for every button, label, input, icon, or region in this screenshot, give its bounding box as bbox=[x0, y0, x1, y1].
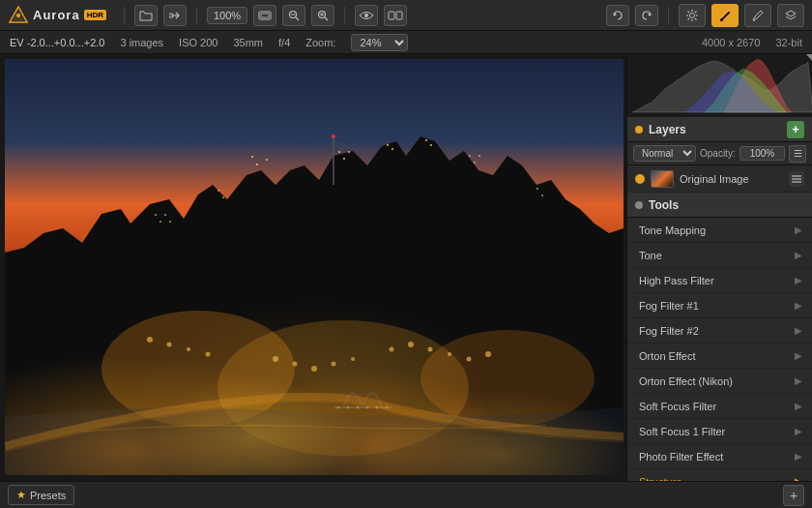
presets-label: Presets bbox=[30, 490, 66, 501]
svg-point-42 bbox=[293, 362, 298, 367]
images-count: 3 images bbox=[120, 37, 163, 48]
tool-item-photo-filter-effect[interactable]: Photo Filter Effect ▶ bbox=[627, 444, 812, 469]
share-btn[interactable] bbox=[163, 5, 187, 26]
svg-point-19 bbox=[720, 18, 723, 21]
layers-add-btn[interactable]: + bbox=[787, 121, 804, 138]
zoom-out-btn[interactable] bbox=[282, 5, 305, 26]
svg-rect-33 bbox=[430, 144, 432, 146]
tool-item-high-pass-filter[interactable]: High Pass Filter ▶ bbox=[627, 268, 812, 293]
aperture-display: f/4 bbox=[278, 37, 290, 48]
svg-rect-24 bbox=[251, 156, 253, 158]
focal-display: 35mm bbox=[233, 37, 263, 48]
histogram-area bbox=[627, 54, 812, 117]
svg-rect-31 bbox=[392, 148, 393, 150]
tool-item-tone-mapping[interactable]: Tone Mapping ▶ bbox=[627, 218, 812, 243]
tool-item-fog-filter-#1[interactable]: Fog Filter #1 ▶ bbox=[627, 293, 812, 318]
svg-point-72 bbox=[386, 406, 389, 409]
tool-label: Photo Filter Effect bbox=[639, 451, 795, 463]
svg-rect-62 bbox=[541, 194, 543, 196]
svg-rect-56 bbox=[218, 190, 219, 192]
layer-item-original[interactable]: Original Image bbox=[627, 165, 812, 193]
brush-btn[interactable] bbox=[711, 4, 739, 27]
zoom-fit-icon bbox=[258, 11, 272, 20]
layers-controls: Normal Multiply Screen Overlay Opacity: … bbox=[627, 142, 812, 165]
layers-btn[interactable] bbox=[777, 4, 804, 27]
svg-rect-30 bbox=[387, 144, 389, 146]
open-file-btn[interactable] bbox=[134, 5, 158, 26]
undo-icon bbox=[612, 10, 624, 21]
aurora-logo-icon bbox=[8, 5, 29, 26]
svg-rect-59 bbox=[474, 162, 476, 164]
svg-line-10 bbox=[325, 17, 328, 20]
redo-btn[interactable] bbox=[635, 5, 658, 26]
svg-rect-78 bbox=[792, 181, 801, 183]
svg-rect-61 bbox=[536, 188, 538, 190]
tool-item-soft-focus-filter[interactable]: Soft Focus Filter ▶ bbox=[627, 394, 812, 419]
tool-item-orton-effect[interactable]: Orton Effect ▶ bbox=[627, 344, 812, 369]
opacity-control[interactable]: 100% bbox=[740, 146, 786, 161]
toolbar-separator-3 bbox=[344, 7, 345, 24]
zoom-out-icon bbox=[288, 10, 300, 21]
svg-rect-25 bbox=[256, 164, 258, 165]
add-tool-btn[interactable]: + bbox=[783, 485, 804, 506]
right-panel: Layers + Normal Multiply Screen Overlay … bbox=[626, 54, 812, 481]
blend-mode-select[interactable]: Normal Multiply Screen Overlay bbox=[633, 145, 696, 162]
tool-label: Soft Focus 1 Filter bbox=[639, 426, 795, 437]
settings-btn[interactable] bbox=[679, 4, 706, 27]
svg-rect-57 bbox=[222, 196, 224, 198]
svg-point-45 bbox=[351, 357, 355, 361]
zoom-label: Zoom: bbox=[305, 37, 335, 48]
tool-item-fog-filter-#2[interactable]: Fog Filter #2 ▶ bbox=[627, 318, 812, 344]
svg-point-49 bbox=[448, 352, 451, 356]
zoom-select[interactable]: 24% 50% 100% bbox=[351, 34, 408, 51]
layers-icon bbox=[784, 9, 798, 22]
presets-btn[interactable]: ★ Presets bbox=[8, 485, 74, 505]
svg-point-18 bbox=[690, 13, 695, 17]
svg-point-43 bbox=[311, 366, 317, 372]
svg-point-41 bbox=[273, 356, 278, 362]
pen-icon bbox=[751, 9, 765, 22]
svg-point-13 bbox=[364, 14, 368, 17]
tool-item-structure[interactable]: Structure ▶ bbox=[627, 469, 812, 481]
svg-rect-26 bbox=[266, 159, 268, 161]
eye-preview-btn[interactable] bbox=[355, 5, 378, 26]
tool-arrow-icon: ▶ bbox=[795, 350, 802, 361]
svg-point-34 bbox=[102, 311, 295, 427]
bottom-bar: ★ Presets + bbox=[0, 481, 812, 508]
tool-label: Tone Mapping bbox=[639, 224, 795, 236]
svg-point-46 bbox=[390, 347, 394, 352]
layers-menu-btn[interactable]: ☰ bbox=[789, 145, 806, 163]
undo-btn[interactable] bbox=[606, 5, 629, 26]
tools-title: Tools bbox=[649, 198, 679, 212]
info-bar: EV -2.0...+0.0...+2.0 3 images ISO 200 3… bbox=[0, 31, 812, 54]
tool-arrow-icon: ▶ bbox=[795, 476, 802, 481]
svg-point-48 bbox=[428, 347, 433, 352]
tool-item-soft-focus-1-filter[interactable]: Soft Focus 1 Filter ▶ bbox=[627, 419, 812, 444]
svg-rect-76 bbox=[792, 175, 801, 177]
svg-rect-22 bbox=[5, 253, 624, 475]
opacity-label: Opacity: bbox=[700, 148, 736, 159]
tool-item-orton-effect-(nikon)[interactable]: Orton Effect (Nikon) ▶ bbox=[627, 369, 812, 394]
svg-point-40 bbox=[206, 352, 211, 357]
layers-indicator bbox=[635, 126, 643, 134]
svg-point-2 bbox=[16, 14, 20, 17]
svg-rect-77 bbox=[792, 178, 801, 180]
svg-rect-15 bbox=[396, 12, 402, 19]
zoom-in-btn[interactable] bbox=[311, 5, 334, 26]
toolbar-separator bbox=[124, 7, 125, 24]
tool-label: Tone bbox=[639, 250, 795, 261]
svg-rect-53 bbox=[160, 221, 161, 223]
city-image bbox=[5, 59, 624, 475]
compare-btn[interactable] bbox=[384, 5, 407, 26]
canvas-area[interactable] bbox=[0, 54, 626, 481]
tool-item-tone[interactable]: Tone ▶ bbox=[627, 243, 812, 268]
svg-rect-27 bbox=[338, 151, 340, 153]
svg-rect-58 bbox=[469, 155, 471, 157]
svg-point-44 bbox=[332, 362, 336, 367]
layer-visibility-dot bbox=[635, 174, 645, 184]
svg-rect-14 bbox=[389, 12, 394, 19]
tools-panel: Tools Tone Mapping ▶ Tone ▶ High Pass Fi… bbox=[627, 193, 812, 481]
zoom-fit-btn[interactable] bbox=[253, 5, 276, 26]
pen-btn[interactable] bbox=[744, 4, 771, 27]
tool-label: Fog Filter #2 bbox=[639, 325, 795, 337]
